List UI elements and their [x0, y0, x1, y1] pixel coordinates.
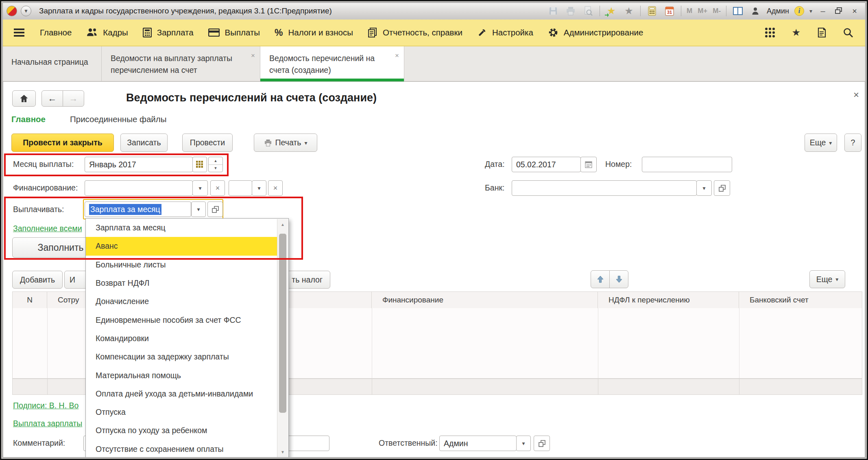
save-icon[interactable]: [547, 5, 559, 17]
dropdown-item[interactable]: Компенсации за задержку зарплаты: [86, 348, 277, 366]
month-input[interactable]: Январь 2017: [85, 157, 193, 172]
table-header-bank-account[interactable]: Банковский счет: [739, 291, 862, 309]
hamburger-menu-icon[interactable]: [14, 28, 25, 37]
calculator-icon[interactable]: [646, 5, 658, 17]
apps-grid-icon[interactable]: [765, 27, 775, 38]
number-input[interactable]: [642, 157, 732, 172]
memory-m-plus-button[interactable]: M+: [698, 7, 707, 15]
memory-m-minus-button[interactable]: M-: [713, 7, 721, 15]
favorites-icon[interactable]: ★: [623, 5, 635, 17]
salary-payment-link[interactable]: Выплата зарплаты: [13, 419, 82, 428]
more-button-top[interactable]: Еще ▾: [805, 134, 837, 152]
dropdown-item[interactable]: Зарплата за месяц: [86, 219, 277, 237]
dropdown-item[interactable]: Оплата дней ухода за детьми-инвалидами: [86, 385, 277, 403]
tab-current[interactable]: Ведомость перечислений на счета (создани…: [260, 46, 404, 81]
add-favorite-icon[interactable]: ★: [605, 5, 617, 17]
menu-item-label: Главное: [40, 28, 72, 37]
info-caret-icon[interactable]: ▾: [809, 8, 812, 14]
bank-input[interactable]: [512, 180, 697, 196]
dropdown-item[interactable]: Материальная помощь: [86, 366, 277, 384]
financing-clear-button[interactable]: ×: [210, 180, 225, 196]
close-button[interactable]: ×: [849, 7, 860, 16]
scroll-thumb[interactable]: [279, 234, 286, 413]
tab-home[interactable]: Начальная страница: [2, 46, 102, 81]
dropdown-item[interactable]: Единовременные пособия за счет ФСС: [86, 311, 277, 329]
responsible-open-button[interactable]: [534, 436, 550, 451]
menu-item-nastroika[interactable]: Настройка: [477, 28, 533, 37]
add-button[interactable]: Добавить: [12, 271, 63, 289]
back-button[interactable]: ←: [41, 90, 63, 107]
info-icon[interactable]: i: [794, 6, 804, 16]
financing-caret-button[interactable]: ▾: [192, 180, 208, 196]
dropdown-item[interactable]: Отпуска по уходу за ребенком: [86, 421, 277, 440]
favorites-star-icon[interactable]: ★: [792, 28, 800, 37]
fill-all-link[interactable]: Заполнение всеми: [13, 224, 82, 233]
date-input[interactable]: 05.02.2017: [512, 157, 581, 172]
dropdown-item[interactable]: Отсутствие с сохранением оплаты: [86, 440, 277, 458]
dropdown-item[interactable]: Командировки: [86, 329, 277, 348]
post-button[interactable]: Провести: [182, 134, 233, 152]
menu-item-kadry[interactable]: Кадры: [86, 28, 128, 37]
nav-link-main[interactable]: Главное: [11, 114, 46, 124]
menu-item-otchetnost[interactable]: Отчетность, справки: [368, 28, 462, 37]
more-button-table[interactable]: Еще ▾: [809, 270, 845, 288]
financing2-clear-button[interactable]: ×: [268, 180, 283, 196]
user-name[interactable]: Админ: [767, 7, 789, 15]
dropdown-item-highlighted[interactable]: Аванс: [86, 237, 277, 255]
pay-input[interactable]: Зарплата за месяц: [85, 202, 191, 217]
print-preview-icon[interactable]: [582, 5, 594, 17]
table-header-financing[interactable]: Финансирование: [371, 291, 598, 309]
spinner-up-icon[interactable]: ▲: [209, 157, 222, 165]
spinner-down-icon[interactable]: ▼: [209, 165, 222, 172]
financing2-input[interactable]: [229, 180, 252, 196]
signatures-link[interactable]: Подписи: В. Н. Во: [13, 401, 79, 410]
date-picker-button[interactable]: [580, 157, 597, 172]
help-button[interactable]: ?: [844, 134, 861, 152]
responsible-caret-button[interactable]: ▾: [516, 436, 531, 451]
move-down-button[interactable]: [609, 270, 628, 288]
window-menu-button[interactable]: ▼: [21, 6, 31, 16]
menu-item-nalogi[interactable]: % Налоги и взносы: [275, 27, 353, 38]
bank-open-button[interactable]: [714, 180, 730, 196]
pay-open-button[interactable]: [207, 202, 223, 217]
financing2-caret-button[interactable]: ▾: [252, 180, 266, 196]
calendar-icon[interactable]: 31: [663, 5, 676, 17]
post-and-close-button[interactable]: Провести и закрыть: [11, 134, 114, 152]
split-panel-icon[interactable]: [732, 5, 744, 17]
pay-caret-button[interactable]: ▾: [191, 202, 206, 217]
nav-link-attached-files[interactable]: Присоединенные файлы: [70, 114, 166, 124]
dropdown-item[interactable]: Доначисление: [86, 292, 277, 311]
menu-item-vyplaty[interactable]: Выплаты: [208, 28, 260, 37]
print-button[interactable]: Печать ▾: [254, 134, 317, 152]
home-button[interactable]: [12, 90, 36, 107]
scroll-down-icon[interactable]: ▼: [277, 447, 288, 457]
print-icon[interactable]: [565, 5, 577, 17]
month-picker-button[interactable]: [192, 157, 207, 172]
scroll-up-icon[interactable]: ▲: [277, 219, 288, 230]
tab-close-icon[interactable]: ×: [251, 50, 255, 61]
table-header-ndfl[interactable]: НДФЛ к перечислению: [598, 291, 739, 309]
financing-input[interactable]: [85, 180, 193, 196]
dropdown-item[interactable]: Больничные листы: [86, 256, 277, 274]
dropdown-item[interactable]: Возврат НДФЛ: [86, 274, 277, 292]
search-icon[interactable]: [843, 27, 853, 38]
restore-button[interactable]: [833, 7, 844, 16]
menu-item-zarplata[interactable]: Зарплата: [143, 28, 194, 37]
move-up-button[interactable]: [591, 270, 610, 288]
dropdown-item[interactable]: Отпуска: [86, 403, 277, 421]
menu-item-glavnoe[interactable]: Главное: [40, 28, 72, 37]
dropdown-scrollbar[interactable]: ▲ ▼: [277, 219, 288, 457]
tab-close-icon[interactable]: ×: [395, 50, 399, 61]
memory-m-button[interactable]: M: [687, 7, 692, 15]
responsible-input[interactable]: Админ: [439, 436, 517, 451]
minimize-button[interactable]: –: [818, 7, 828, 16]
forward-button[interactable]: →: [63, 90, 84, 107]
form-close-icon[interactable]: ×: [853, 89, 859, 101]
bank-caret-button[interactable]: ▾: [696, 180, 712, 196]
save-button[interactable]: Записать: [120, 134, 168, 152]
table-header-n[interactable]: N: [12, 291, 47, 309]
tab-statements-list[interactable]: Ведомости на выплату зарплаты перечислен…: [102, 46, 260, 81]
menu-item-administrirovanie[interactable]: Администрирование: [548, 27, 643, 38]
history-icon[interactable]: [817, 27, 827, 38]
tab-label: Начальная страница: [11, 56, 96, 68]
